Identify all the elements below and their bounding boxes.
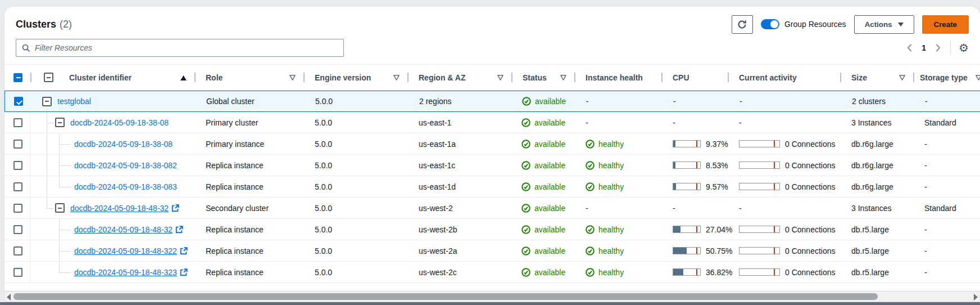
horizontal-scrollbar[interactable] [4, 291, 980, 302]
current-page-number[interactable]: 1 [922, 43, 926, 52]
cluster-link[interactable]: docdb-2024-05-09-18-38-08 [70, 118, 169, 127]
column-header-region-az[interactable]: Region & AZ [407, 65, 511, 90]
engine-version-cell-value: 5.0.0 [315, 182, 332, 191]
table-row[interactable]: docdb-2024-05-09-18-38-08Primary instanc… [4, 133, 980, 155]
region-az-cell: us-west-2a [407, 240, 511, 261]
cpu-percent-label: 8.53% [706, 161, 728, 170]
column-header-cluster-identifier[interactable]: Cluster identifier [30, 65, 194, 90]
sort-ascending-icon[interactable] [180, 73, 187, 82]
refresh-button[interactable] [732, 15, 753, 34]
column-header-cpu[interactable]: CPU [661, 65, 728, 90]
select-all-checkbox[interactable] [13, 73, 22, 82]
column-header-current-activity[interactable]: Current activity [728, 65, 840, 90]
cpu-cell: - [661, 112, 728, 133]
cluster-link[interactable]: docdb-2024-05-09-18-48-323 [74, 268, 177, 277]
storage-type-cell: - [913, 133, 980, 154]
expander-icon[interactable] [42, 97, 52, 106]
column-header-size[interactable]: Size [840, 65, 913, 90]
row-checkbox[interactable] [13, 225, 22, 234]
table-row[interactable]: docdb-2024-05-09-18-38-083Replica instan… [4, 176, 980, 198]
search-icon [22, 44, 30, 52]
row-checkbox[interactable] [13, 246, 22, 255]
expander-icon[interactable] [55, 118, 65, 127]
create-button[interactable]: Create [922, 15, 969, 34]
table-row[interactable]: docdb-2024-05-09-18-48-323Replica instan… [4, 262, 980, 283]
engine-version-cell-value: 5.0.0 [315, 246, 332, 255]
role-cell-value: Replica instance [206, 225, 264, 234]
cluster-link[interactable]: testglobal [57, 97, 91, 106]
region-az-cell: us-east-1c [407, 155, 511, 176]
cluster-link[interactable]: docdb-2024-05-09-18-38-082 [74, 161, 177, 170]
table-row[interactable]: docdb-2024-05-09-18-38-08Primary cluster… [4, 112, 980, 133]
tree-guide-line [47, 133, 47, 154]
group-resources-toggle[interactable]: Group Resources [761, 19, 846, 29]
table-row[interactable]: docdb-2024-05-09-18-48-32Secondary clust… [4, 198, 980, 219]
role-cell: Replica instance [194, 262, 303, 282]
cluster-link[interactable]: docdb-2024-05-09-18-38-083 [74, 182, 177, 191]
filter-resources-box[interactable] [16, 39, 344, 57]
scroll-right-arrow-icon[interactable] [974, 294, 978, 300]
row-checkbox[interactable] [13, 268, 22, 277]
filter-icon[interactable] [393, 73, 400, 82]
row-select-cell [4, 262, 30, 282]
row-checkbox[interactable] [13, 140, 22, 149]
connections-label: 0 Connections [785, 225, 836, 234]
filter-icon[interactable] [976, 73, 980, 82]
storage-type-cell: - [913, 176, 980, 197]
column-header-instance-health[interactable]: Instance health [574, 65, 661, 90]
filter-icon[interactable] [560, 73, 566, 82]
table-row[interactable]: docdb-2024-05-09-18-48-322Replica instan… [4, 240, 980, 262]
column-label: Engine version [315, 73, 371, 82]
column-header-engine-version[interactable]: Engine version [303, 65, 407, 90]
row-checkbox[interactable] [14, 97, 23, 106]
cluster-identifier-cell: docdb-2024-05-09-18-38-08 [30, 133, 194, 154]
table-row[interactable]: docdb-2024-05-09-18-38-082Replica instan… [4, 155, 980, 176]
expander-icon[interactable] [55, 203, 65, 213]
filter-resources-input[interactable] [35, 43, 338, 52]
role-cell: Replica instance [194, 219, 303, 240]
row-checkbox[interactable] [13, 182, 22, 191]
cluster-link[interactable]: docdb-2024-05-09-18-48-322 [74, 246, 177, 255]
table-row[interactable]: docdb-2024-05-09-18-48-32Replica instanc… [4, 219, 980, 240]
health-text: healthy [598, 182, 624, 191]
status-available-icon [522, 97, 531, 106]
status-text: available [534, 246, 565, 255]
horizontal-scrollbar-thumb[interactable] [13, 293, 878, 300]
region-az-cell-value: us-west-2 [419, 204, 453, 213]
collapse-all-icon[interactable] [44, 73, 53, 82]
column-header-status[interactable]: Status [511, 65, 574, 90]
row-checkbox[interactable] [13, 118, 22, 127]
next-page-button[interactable] [934, 42, 942, 53]
row-checkbox[interactable] [13, 204, 22, 213]
filter-icon[interactable] [289, 73, 296, 82]
cluster-link[interactable]: docdb-2024-05-09-18-48-32 [74, 225, 173, 234]
health-text: healthy [598, 161, 624, 170]
status-text: available [534, 182, 565, 191]
tree-guide-line [59, 262, 60, 272]
health-badge: healthy [586, 161, 624, 170]
cluster-link[interactable]: docdb-2024-05-09-18-38-08 [74, 140, 173, 149]
actions-button[interactable]: Actions [854, 15, 914, 34]
column-header-storage-type[interactable]: Storage type [913, 65, 980, 90]
filter-icon[interactable] [497, 73, 503, 82]
current-activity-cell: 0 Connections [728, 262, 840, 282]
storage-type-cell-value: - [924, 268, 927, 277]
table-row[interactable]: testglobalGlobal cluster5.0.02 regionsav… [4, 91, 980, 112]
row-checkbox[interactable] [13, 161, 22, 170]
storage-type-cell: - [913, 240, 980, 261]
role-cell: Global cluster [195, 91, 304, 111]
row-select-cell [4, 112, 30, 133]
role-cell-value: Primary cluster [206, 118, 258, 127]
scroll-left-arrow-icon[interactable] [7, 294, 11, 300]
row-select-cell [4, 133, 30, 154]
cpu-bar-threshold-tick [696, 141, 697, 147]
role-cell-value: Global cluster [206, 97, 255, 106]
toggle-switch-on[interactable] [761, 19, 779, 29]
cluster-identifier-cell: docdb-2024-05-09-18-48-32 [30, 198, 194, 218]
cluster-link[interactable]: docdb-2024-05-09-18-48-32 [70, 204, 169, 213]
column-header-role[interactable]: Role [194, 65, 303, 90]
filter-icon[interactable] [899, 73, 905, 82]
previous-page-button[interactable] [905, 42, 914, 53]
gear-icon[interactable]: ⚙ [959, 42, 969, 53]
engine-version-cell-value: 5.0.0 [315, 118, 332, 127]
